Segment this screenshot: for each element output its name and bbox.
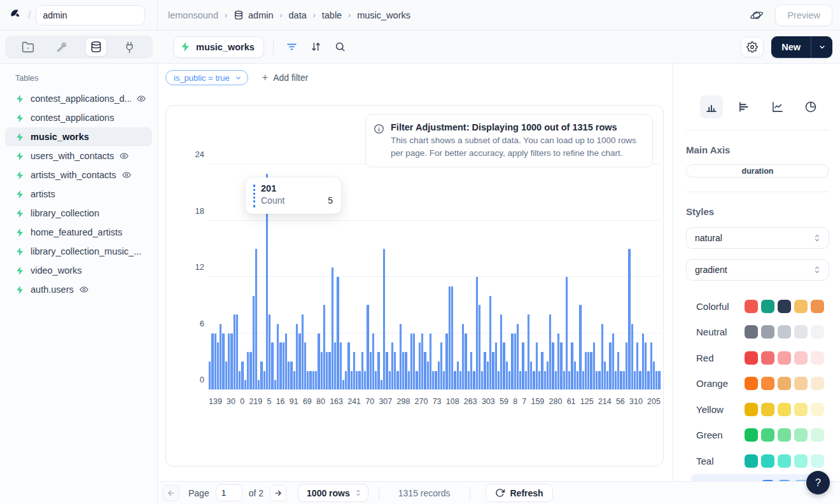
bar[interactable] [628, 249, 630, 389]
bar[interactable] [617, 352, 619, 389]
bar[interactable] [285, 333, 287, 390]
bar[interactable] [416, 371, 417, 390]
bar[interactable] [236, 314, 238, 389]
bar[interactable] [410, 333, 412, 390]
bar[interactable] [389, 371, 391, 390]
preview-button[interactable]: Preview [775, 4, 832, 26]
bar[interactable] [408, 371, 410, 390]
filter-chip[interactable]: is_public = true [165, 70, 248, 85]
bar[interactable] [283, 342, 284, 389]
bar[interactable] [214, 333, 216, 390]
hammer-icon[interactable] [51, 38, 73, 57]
bar[interactable] [269, 314, 270, 389]
bar[interactable] [377, 352, 379, 389]
palette-option-teal[interactable]: Teal [691, 448, 829, 474]
project-name-input[interactable] [36, 5, 145, 25]
bar[interactable] [405, 352, 407, 389]
sort-icon[interactable] [304, 36, 328, 58]
new-button[interactable]: New [771, 36, 811, 58]
bar[interactable] [288, 361, 290, 389]
bar[interactable] [342, 380, 344, 389]
bar[interactable] [328, 352, 330, 389]
sidebar-item-artists_with_contacts[interactable]: artists_with_contacts [5, 165, 152, 185]
bar[interactable] [547, 361, 549, 389]
sidebar-item-library_collection_music_...[interactable]: library_collection_music_... [5, 242, 152, 261]
bar[interactable] [364, 371, 366, 390]
bar[interactable] [492, 352, 494, 389]
bar[interactable] [239, 371, 241, 390]
bar[interactable] [634, 371, 636, 390]
bar[interactable] [334, 342, 336, 389]
bar[interactable] [400, 324, 402, 389]
bar[interactable] [503, 342, 505, 389]
sidebar-item-contest_applications_d...[interactable]: contest_applications_d... [5, 89, 152, 108]
bar[interactable] [476, 277, 478, 389]
bar[interactable] [381, 380, 382, 389]
bar[interactable] [255, 249, 257, 389]
sidebar-item-music_works[interactable]: music_works [5, 127, 152, 146]
bar[interactable] [326, 352, 328, 389]
bar[interactable] [601, 324, 603, 389]
bar[interactable] [386, 352, 388, 389]
bar[interactable] [271, 342, 273, 389]
bar[interactable] [296, 324, 298, 389]
bar[interactable] [566, 277, 568, 389]
bar[interactable] [234, 314, 235, 389]
bar[interactable] [626, 342, 627, 389]
bar[interactable] [367, 305, 368, 389]
bar[interactable] [579, 305, 581, 389]
bar[interactable] [222, 333, 224, 390]
bar[interactable] [620, 371, 622, 390]
bar[interactable] [217, 342, 219, 389]
bar[interactable] [241, 361, 243, 389]
filter-icon[interactable] [280, 36, 304, 58]
bar[interactable] [563, 371, 565, 390]
bar[interactable] [511, 333, 513, 390]
bar[interactable] [454, 371, 456, 390]
bar[interactable] [514, 333, 516, 390]
database-icon[interactable] [85, 38, 107, 57]
bar[interactable] [307, 371, 309, 390]
bar[interactable] [370, 352, 372, 389]
bar[interactable] [253, 296, 255, 390]
bar-horizontal-chart-icon[interactable] [733, 95, 756, 118]
page-number-input[interactable] [216, 484, 242, 501]
bar[interactable] [549, 314, 551, 389]
bar[interactable] [653, 361, 655, 389]
bar[interactable] [383, 249, 385, 389]
bar[interactable] [247, 352, 249, 389]
bar[interactable] [462, 324, 464, 389]
bar[interactable] [424, 352, 426, 389]
bar[interactable] [645, 342, 647, 389]
bar[interactable] [544, 371, 546, 390]
palette-option-colorful[interactable]: Colorful [691, 293, 829, 319]
bar[interactable] [443, 371, 445, 390]
bar[interactable] [220, 324, 221, 389]
bar[interactable] [302, 314, 304, 389]
bar[interactable] [432, 371, 434, 390]
pie-chart-icon[interactable] [799, 95, 822, 118]
bar[interactable] [337, 277, 339, 389]
bar[interactable] [394, 352, 396, 389]
bar[interactable] [623, 371, 625, 390]
bar[interactable] [481, 371, 483, 390]
bar[interactable] [321, 352, 323, 389]
bar[interactable] [358, 371, 360, 390]
bar[interactable] [577, 371, 578, 390]
bar[interactable] [552, 342, 554, 389]
bar[interactable] [230, 333, 232, 390]
bar[interactable] [470, 352, 472, 389]
bar[interactable] [587, 352, 589, 389]
bar[interactable] [419, 342, 421, 389]
bar[interactable] [372, 333, 374, 390]
bar[interactable] [290, 361, 292, 389]
breadcrumb-item-lemonsound[interactable]: lemonsound [168, 10, 218, 20]
bar[interactable] [538, 371, 540, 390]
bar[interactable] [590, 352, 592, 389]
bar[interactable] [451, 286, 453, 389]
bar[interactable] [612, 333, 614, 390]
bar[interactable] [304, 342, 306, 389]
curve-style-select[interactable]: natural [686, 227, 829, 249]
bar[interactable] [225, 361, 227, 389]
bar[interactable] [522, 342, 524, 389]
